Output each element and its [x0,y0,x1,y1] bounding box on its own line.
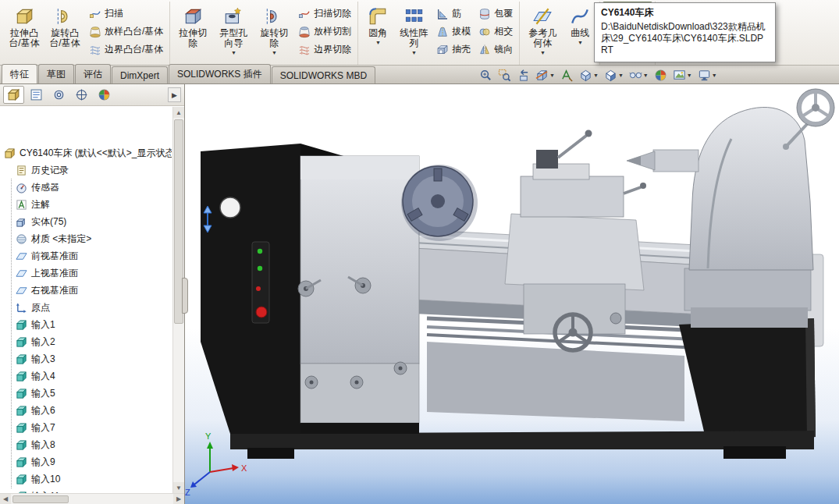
zoom-to-area-button[interactable] [496,68,513,83]
dropdown-caret-icon: ▼ [375,40,381,45]
imported-body-icon [16,456,27,468]
mirror-button[interactable]: 镜向 [476,42,515,57]
lofted-cut-button[interactable]: 放样切割 [296,24,354,39]
tab-solidworks-mbd[interactable]: SOLIDWORKS MBD [272,66,375,83]
boundary-cut-button[interactable]: 边界切除 [296,42,354,57]
extruded-boss-icon [14,6,34,27]
tree-item-label: 输入4 [31,370,55,383]
lofted-cut-icon [298,26,311,38]
tree-item-input-9[interactable]: 输入9 [13,453,172,470]
triad-z-label: Z [185,488,190,497]
tree-item-input-4[interactable]: 输入4 [13,367,172,385]
swept-boss-base-button[interactable]: 扫描 [87,6,165,21]
lofted-boss-base-button[interactable]: 放样凸台/基体 [87,24,165,39]
plane-icon [16,285,27,296]
scroll-right-arrow[interactable]: ▶ [173,494,184,504]
tree-item-front-plane[interactable]: 前视基准面 [13,247,172,264]
command-manager-tab-bar: 特征 草图 评估 DimXpert SOLIDWORKS 插件 SOLIDWOR… [0,66,839,84]
scroll-up-arrow[interactable]: ▲ [173,107,184,118]
tool-post [536,150,558,169]
displaymanager-tab[interactable] [94,86,115,104]
view-settings-button[interactable]: ▼ [696,68,719,83]
graphics-viewport[interactable]: Y X Z [185,84,839,504]
tree-horizontal-scrollbar[interactable]: ◀ ▶ [0,493,184,504]
tab-sketch[interactable]: 草图 [38,64,74,83]
edit-appearance-button[interactable] [652,68,669,83]
view-orientation-button[interactable]: ▼ [578,68,600,83]
revolved-boss-base-button[interactable]: 旋转凸 台/基体 [44,2,85,61]
model-canvas[interactable]: Y X Z [185,84,839,504]
shell-button[interactable]: 抽壳 [434,42,473,57]
tab-solidworks-addins[interactable]: SOLIDWORKS 插件 [169,64,271,83]
feature-small-column-1: 筋 拔模 抽壳 [432,2,475,57]
extruded-cut-button[interactable]: 拉伸切 除 [172,2,213,61]
featuremanager-tree-tab[interactable] [3,86,24,104]
tab-features[interactable]: 特征 [2,64,37,83]
panel-splitter-handle[interactable] [182,278,188,314]
tree-item-label: 输入6 [31,404,55,417]
tree-item-history[interactable]: 历史记录 [13,161,172,179]
apply-scene-button[interactable]: ▼ [671,68,694,83]
scroll-left-arrow[interactable]: ◀ [0,494,11,504]
dropdown-caret-icon: ▼ [411,50,417,55]
dimxpertmanager-tab[interactable] [71,86,92,104]
rib-button[interactable]: 筋 [434,6,473,21]
tree-item-material[interactable]: 材质 <未指定> [13,230,172,247]
tree-item-input-7[interactable]: 输入7 [13,419,172,436]
panel-flyout-arrow[interactable]: ▶ [168,87,181,102]
tree-item-input-5[interactable]: 输入5 [13,385,172,402]
tree-item-input-2[interactable]: 输入2 [13,333,172,350]
fillet-button[interactable]: 圆角 ▼ [361,2,395,61]
previous-view-button[interactable] [515,68,531,83]
tree-item-input-1[interactable]: 输入1 [13,316,172,333]
solidworks-window: 拉伸凸 台/基体 旋转凸 台/基体 扫描 放样凸台/基体 边界凸台/基体 [0,0,839,504]
reference-geometry-button[interactable]: 参考几 何体 ▼ [522,2,563,61]
hole-wizard-button[interactable]: 异型孔 向导 ▼ [213,2,254,61]
wrap-button[interactable]: 包覆 [476,6,515,21]
scroll-down-arrow[interactable]: ▼ [173,482,184,493]
intersect-button[interactable]: 相交 [476,24,515,39]
tree-item-origin[interactable]: 原点 [13,299,172,316]
tree-item-input-6[interactable]: 输入6 [13,402,172,419]
chuck[interactable] [401,165,478,241]
tree-item-solid-bodies[interactable]: 实体(75) [13,213,172,230]
boundary-boss-base-button[interactable]: 边界凸台/基体 [87,42,165,57]
tab-evaluate[interactable]: 评估 [75,64,111,83]
tree-item-right-plane[interactable]: 右视基准面 [13,282,172,299]
tree-item-input-11[interactable]: 输入11 [13,488,172,493]
tab-dimxpert[interactable]: DimXpert [112,66,168,83]
carriage[interactable] [505,130,646,351]
headstock[interactable] [201,144,419,434]
linear-pattern-button[interactable]: 线性阵 列 ▼ [395,2,432,61]
zoom-to-fit-button[interactable] [478,68,494,83]
curves-button[interactable]: 曲线 ▼ [563,2,597,61]
hole-wizard-icon [223,6,244,27]
hide-show-items-button[interactable]: ▼ [627,68,650,83]
tree-root-part[interactable]: CY6140车床 (默认<<默认>_显示状态 [2,144,172,161]
section-view-button[interactable]: ▼ [534,68,556,83]
tree-item-annotations[interactable]: 注解 [13,196,172,213]
solid-bodies-icon [16,216,27,228]
extruded-boss-base-button[interactable]: 拉伸凸 台/基体 [4,2,44,61]
display-style-icon [604,69,617,82]
tree-item-sensors[interactable]: 传感器 [13,179,172,196]
display-style-button[interactable]: ▼ [603,68,625,83]
revolved-cut-label: 旋转切 除 [260,28,288,48]
swept-cut-button[interactable]: 扫描切除 [296,6,354,21]
propertymanager-tab[interactable] [26,86,47,104]
configurationmanager-tab[interactable] [48,86,69,104]
tree-item-top-plane[interactable]: 上视基准面 [13,264,172,282]
draft-button[interactable]: 拔模 [434,24,473,39]
imported-body-icon [16,319,27,331]
revolved-cut-button[interactable]: 旋转切 除 ▼ [254,2,294,61]
sensor-icon [16,182,27,193]
tree-item-input-3[interactable]: 输入3 [13,350,172,367]
dropdown-caret-icon: ▼ [549,73,555,78]
scroll-thumb[interactable] [12,495,69,503]
tooltip-file-path: D:\BaiduNetdiskDownload\323款精品机床\29_CY61… [601,21,769,56]
tree-item-input-10[interactable]: 输入10 [13,470,172,488]
dynamic-annotation-views-button[interactable] [559,68,575,83]
lathe-model[interactable] [201,89,834,459]
origin-icon [16,302,27,314]
tree-item-input-8[interactable]: 输入8 [13,436,172,453]
